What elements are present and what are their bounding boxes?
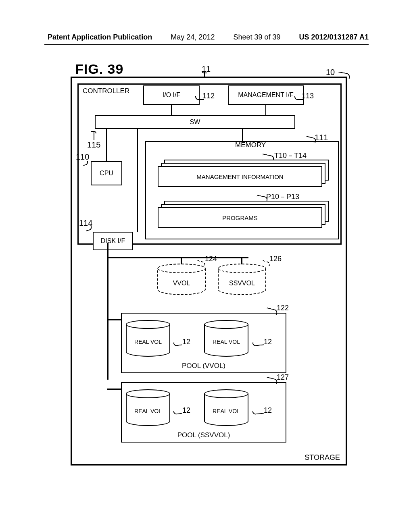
connector-line [107,257,248,258]
io-if-box: I/O I/F [143,85,200,105]
controller-box: CONTROLLER I/O I/F MANAGEMENT I/F SW CPU… [77,83,342,245]
connector-line [137,129,138,232]
management-information-card: MANAGEMENT INFORMATION [158,166,322,187]
real-vol-label: REAL VOL [204,339,248,345]
cylinder-top [157,264,206,273]
controller-label: CONTROLLER [83,87,129,95]
connector-line [107,389,121,390]
connector-line [171,105,172,115]
ref-12: 12 [182,406,190,415]
disk-if-box: DISK I/F [93,232,133,250]
real-vol-label: REAL VOL [126,408,170,414]
management-if-box: MANAGEMENT I/F [228,85,304,105]
sheet-number: Sheet 39 of 39 [233,33,280,42]
io-if-label: I/O I/F [163,91,180,99]
connector-line [106,129,107,161]
disk-if-label: DISK I/F [101,237,125,245]
leader-line [202,71,207,73]
ssvvol-cylinder: SSVVOL [218,264,266,296]
cylinder-top [204,320,248,329]
real-vol-cylinder: REAL VOL [126,320,170,357]
ref-115: 115 [87,140,100,150]
header-rule [44,44,369,45]
management-if-label: MANAGEMENT I/F [238,91,294,99]
cylinder-top [126,320,170,329]
vvol-label: VVOL [157,280,206,287]
figure-title: FIG. 39 [75,61,123,77]
programs-label: PROGRAMS [222,214,258,221]
cpu-box: CPU [91,161,122,185]
ref-127: 127 [277,373,289,382]
ref-113: 113 [302,92,314,100]
leader-line [195,96,204,100]
connector-line [242,129,243,141]
storage-label: STORAGE [305,453,340,462]
vvol-cylinder: VVOL [157,264,206,296]
ref-t10-t14: T10－T14 [274,151,307,160]
publication-date: May 24, 2012 [171,33,215,42]
real-vol-label: REAL VOL [204,408,248,414]
ref-12: 12 [182,338,190,346]
connector-line [265,105,266,115]
publication-label: Patent Application Publication [48,33,152,42]
cylinder-top [204,389,248,398]
pool-ssvvol-label: POOL (SSVVOL) [122,431,286,439]
ssvvol-label: SSVVOL [218,280,266,287]
memory-label: MEMORY [235,141,266,149]
page-header: Patent Application Publication May 24, 2… [0,33,413,42]
sw-box: SW [95,115,295,129]
leader-line [294,96,303,100]
bus-trunk [107,243,108,380]
connector-line [107,319,121,320]
ref-111: 111 [315,133,328,142]
ref-112: 112 [202,92,215,100]
programs-card: PROGRAMS [158,207,322,228]
ref-12: 12 [264,338,272,346]
leader-line [91,131,96,133]
ref-126: 126 [269,255,282,263]
real-vol-cylinder: REAL VOL [204,320,248,357]
cylinder-top [218,264,266,273]
pool-vvol-label: POOL (VVOL) [122,362,286,370]
real-vol-label: REAL VOL [126,339,170,345]
ref-124: 124 [205,255,217,263]
ref-122: 122 [277,304,289,312]
cpu-label: CPU [100,170,113,177]
management-information-label: MANAGEMENT INFORMATION [196,173,283,180]
ref-10: 10 [326,68,335,77]
ref-12: 12 [264,406,272,415]
sw-label: SW [190,118,200,126]
real-vol-cylinder: REAL VOL [204,389,248,426]
publication-number: US 2012/0131287 A1 [299,33,369,42]
cylinder-top [126,389,170,398]
page: Patent Application Publication May 24, 2… [0,0,413,532]
real-vol-cylinder: REAL VOL [126,389,170,426]
ref-p10-p13: P10－P13 [266,192,299,202]
